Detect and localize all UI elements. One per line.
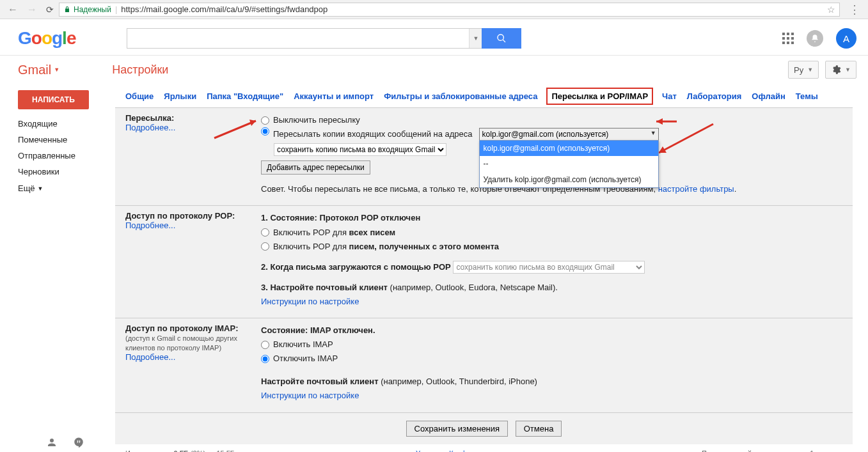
- bell-icon: [810, 34, 819, 43]
- hangouts-icon[interactable]: [73, 437, 84, 448]
- imap-disable-radio[interactable]: [261, 355, 269, 363]
- sidebar: НАПИСАТЬ ВходящиеПомеченныеОтправленныеЧ…: [0, 88, 115, 452]
- imap-instructions-link[interactable]: Инструкции по настройке: [261, 391, 359, 400]
- google-logo[interactable]: Google: [18, 28, 75, 49]
- forwarding-label: Пересылка:: [125, 113, 261, 123]
- settings-tab[interactable]: Чат: [662, 91, 677, 101]
- pop-label: Доступ по протоколу POP:: [125, 211, 261, 221]
- imap-label: Доступ по протоколу IMAP:: [125, 323, 261, 333]
- browser-menu-icon[interactable]: ⋮: [845, 3, 864, 17]
- settings-tab[interactable]: Лаборатория: [687, 91, 741, 101]
- forward-icon[interactable]: →: [27, 4, 37, 15]
- apps-grid-icon[interactable]: [782, 33, 794, 44]
- compose-button[interactable]: НАПИСАТЬ: [18, 90, 89, 109]
- settings-tabs: ОбщиеЯрлыкиПапка "Входящие"Аккаунты и им…: [115, 88, 853, 107]
- section-pop: Доступ по протоколу POP: Подробнее... 1.…: [115, 206, 853, 318]
- sidebar-more[interactable]: Ещё▼: [18, 180, 115, 193]
- pop-enable-all-radio[interactable]: [261, 228, 269, 237]
- dropdown-option[interactable]: Удалить kolp.igor@gmail.com (используетс…: [480, 172, 658, 187]
- address-bar[interactable]: Надежный | https://mail.google.com/mail/…: [59, 3, 840, 17]
- settings-tab[interactable]: Общие: [125, 91, 154, 101]
- settings-tab[interactable]: Темы: [796, 91, 818, 101]
- sidebar-item[interactable]: Отправленные: [18, 148, 115, 164]
- section-imap: Доступ по протоколу IMAP: (доступ к Gmai…: [115, 318, 853, 412]
- forward-address-select[interactable]: [479, 128, 659, 141]
- search-icon: [496, 33, 507, 43]
- gmail-product-label[interactable]: Gmail▼: [18, 63, 59, 77]
- pop-instructions-link[interactable]: Инструкции по настройке: [261, 297, 359, 306]
- settings-gear-button[interactable]: ▼: [825, 61, 856, 79]
- forwarding-learn-more[interactable]: Подробнее...: [125, 123, 175, 132]
- footer: Использовано 0 ГБ (0%) из 15 ГБ Управлен…: [115, 444, 853, 453]
- terms-link[interactable]: Условия: [416, 449, 443, 453]
- add-forwarding-address-button[interactable]: Добавить адрес пересылки: [261, 160, 370, 175]
- sidebar-item[interactable]: Черновики: [18, 164, 115, 180]
- pop-learn-more[interactable]: Подробнее...: [125, 221, 175, 230]
- settings-panel: Пересылка: Подробнее... Выключить пересы…: [115, 107, 853, 444]
- forwarding-off-label: Выключить пересылку: [273, 113, 360, 127]
- forwarding-off-radio[interactable]: [261, 116, 269, 125]
- forward-address-dropdown: kolp.igor@gmail.com (используется) -- Уд…: [479, 140, 659, 188]
- save-button[interactable]: Сохранить изменения: [406, 421, 509, 437]
- dropdown-option[interactable]: kolp.igor@gmail.com (используется): [480, 141, 658, 156]
- secure-badge: Надежный: [63, 5, 111, 14]
- section-forwarding: Пересылка: Подробнее... Выключить пересы…: [115, 108, 853, 206]
- secure-label: Надежный: [74, 5, 111, 14]
- settings-tab[interactable]: Аккаунты и импорт: [294, 91, 374, 101]
- imap-learn-more[interactable]: Подробнее...: [125, 352, 175, 362]
- url-text: https://mail.google.com/mail/ca/u/9/#set…: [121, 4, 327, 14]
- forwarding-on-radio[interactable]: [261, 127, 269, 136]
- imap-enable-radio[interactable]: [261, 341, 269, 349]
- person-icon[interactable]: [46, 437, 58, 448]
- search-button[interactable]: [482, 28, 521, 49]
- configure-filters-link[interactable]: настройте фильтры: [658, 184, 734, 194]
- pop-enable-now-radio[interactable]: [261, 242, 269, 251]
- sidebar-item[interactable]: Входящие: [18, 116, 115, 132]
- gear-icon: [831, 65, 841, 75]
- forwarding-on-label: Пересылать копии входящих сообщений на а…: [273, 127, 473, 141]
- pop-step2-label: 2. Когда письма загружаются с помощью PO…: [261, 262, 451, 272]
- back-icon[interactable]: ←: [8, 4, 18, 15]
- browser-toolbar: ← → ⟳ Надежный | https://mail.google.com…: [0, 0, 868, 19]
- caret-down-icon: ▼: [38, 185, 43, 192]
- bookmark-star-icon[interactable]: ☆: [827, 4, 835, 15]
- google-header: Google ▼ А: [0, 19, 868, 56]
- pop-action-select[interactable]: сохранить копию письма во входящих Gmail: [453, 261, 645, 274]
- input-language-button[interactable]: Ру▼: [788, 61, 819, 79]
- save-row: Сохранить изменения Отмена: [115, 413, 853, 444]
- privacy-link[interactable]: Конфиденциальность: [449, 449, 521, 453]
- settings-tab[interactable]: Пересылка и POP/IMAP: [546, 88, 653, 105]
- notifications-icon[interactable]: [807, 30, 823, 47]
- main-content: ОбщиеЯрлыкиПапка "Входящие"Аккаунты и им…: [115, 88, 868, 452]
- search-input[interactable]: ▼: [127, 28, 482, 49]
- settings-tab[interactable]: Папка "Входящие": [207, 91, 283, 101]
- settings-tab[interactable]: Офлайн: [752, 91, 785, 101]
- settings-tab[interactable]: Ярлыки: [164, 91, 196, 101]
- search-options-caret-icon[interactable]: ▼: [469, 29, 482, 48]
- caret-down-icon: ▼: [54, 66, 59, 73]
- imap-sublabel: (доступ к Gmail с помощью других клиенто…: [125, 334, 237, 352]
- lock-icon: [63, 6, 71, 13]
- nav-arrows: ← →: [4, 4, 41, 15]
- account-avatar[interactable]: А: [836, 28, 856, 49]
- dropdown-option[interactable]: --: [480, 156, 658, 171]
- activity-label: Последние действия в аккаунте: 1 ч. наза…: [702, 449, 842, 453]
- reload-icon[interactable]: ⟳: [46, 4, 54, 15]
- settings-tab[interactable]: Фильтры и заблокированные адреса: [384, 91, 537, 101]
- sidebar-item[interactable]: Помеченные: [18, 132, 115, 148]
- page-title: Настройки: [112, 63, 168, 77]
- sub-header: Gmail▼ Настройки Ру▼ ▼: [0, 56, 868, 88]
- cancel-button[interactable]: Отмена: [516, 421, 562, 437]
- search-wrap: ▼: [127, 28, 521, 49]
- forward-keep-copy-select[interactable]: сохранить копию письма во входящих Gmail: [274, 143, 446, 156]
